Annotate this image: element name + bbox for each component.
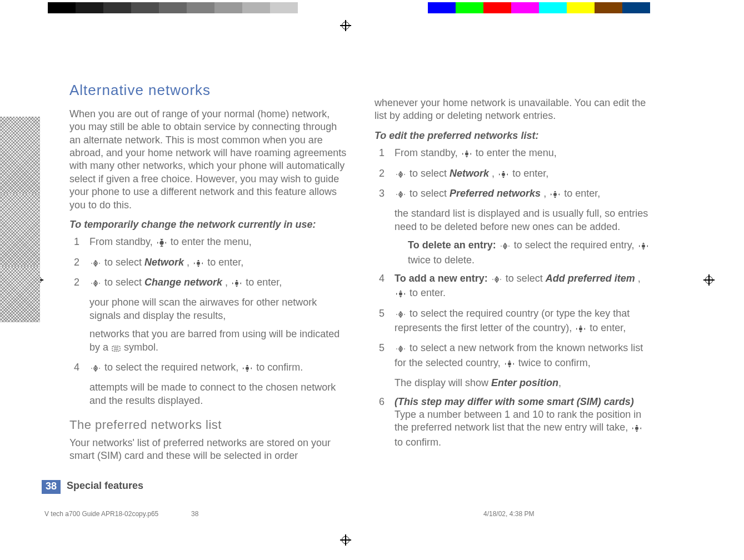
- svg-point-10: [246, 367, 249, 370]
- step-item: From standby, to enter the menu,: [375, 147, 653, 161]
- step-text: to select: [410, 168, 450, 179]
- svg-point-0: [160, 241, 163, 244]
- step-text: to select the required network,: [104, 362, 241, 373]
- registration-mark-icon: [340, 20, 351, 31]
- step-note: The display will show Enter position,: [375, 377, 653, 389]
- step-item: to select Network , to enter,: [375, 167, 653, 182]
- note-text: ,: [558, 377, 561, 388]
- svg-point-6: [235, 282, 238, 285]
- ui-term: Network: [144, 257, 184, 268]
- nav-ud-icon: [395, 309, 406, 322]
- note-text: to select the required entry,: [514, 239, 637, 251]
- step-text: to enter,: [564, 188, 600, 199]
- ui-term: Enter position: [491, 377, 558, 388]
- step-text: to select: [104, 257, 144, 268]
- svg-point-20: [642, 244, 645, 248]
- section1-lead: To temporarily change the network curren…: [69, 218, 348, 231]
- nav-lr-icon: [498, 169, 509, 182]
- step-text: to confirm.: [256, 362, 303, 373]
- svg-point-17: [553, 193, 557, 196]
- section1-steps-cont: to select the required network, to confi…: [69, 361, 348, 376]
- nav-lr-icon: [156, 237, 167, 250]
- step-text: ,: [543, 188, 549, 199]
- section1-steps: From standby, to enter the menu, to sele…: [69, 236, 348, 291]
- nav-lr-icon: [631, 423, 642, 436]
- step-note: the standard list is displayed and is us…: [375, 207, 653, 233]
- note-text: The display will show: [395, 377, 491, 388]
- source-page: 38: [191, 510, 198, 518]
- svg-point-28: [400, 348, 401, 350]
- svg-point-26: [579, 327, 582, 331]
- ui-term: Network: [450, 168, 489, 179]
- barred-icon: [112, 343, 121, 356]
- left-column: Alternative networks When you are out of…: [69, 81, 348, 468]
- footer-section-title: Special features: [67, 480, 143, 492]
- step-item: to select the required network, to confi…: [69, 361, 348, 376]
- calibration-strip: [0, 2, 744, 16]
- step-item: to select Network , to enter,: [69, 256, 348, 271]
- ui-term: Preferred networks: [450, 188, 541, 199]
- nav-ud-icon: [500, 241, 511, 253]
- sub-lead: To delete an entry:: [408, 239, 496, 251]
- step-item: to select the required country (or type …: [375, 307, 653, 337]
- step-note: your phone will scan the airwaves for ot…: [69, 296, 348, 322]
- nav-lr-icon: [575, 323, 586, 336]
- svg-point-9: [94, 367, 96, 369]
- step-text: From standby,: [89, 236, 156, 247]
- nav-lr-icon: [242, 363, 253, 376]
- nav-lr-icon: [638, 241, 649, 253]
- edit-lead: To edit the preferred networks list:: [375, 129, 653, 142]
- step-item: to select Preferred networks , to enter,: [375, 187, 653, 202]
- step-text: to select: [506, 273, 546, 284]
- step-text: twice to confirm,: [518, 357, 591, 368]
- svg-point-16: [400, 193, 401, 195]
- step-item: to select a new network from the known n…: [375, 342, 653, 371]
- nav-lr-icon: [461, 148, 472, 161]
- svg-point-25: [400, 313, 401, 315]
- step-item: From standby, to enter the menu,: [69, 236, 348, 250]
- section2-heading: The preferred networks list: [69, 417, 348, 433]
- nav-lr-icon: [395, 288, 406, 301]
- step-text: ,: [492, 168, 497, 179]
- svg-point-5: [94, 282, 96, 284]
- svg-point-30: [635, 427, 638, 430]
- binder-graphic: [0, 117, 42, 319]
- svg-point-22: [496, 278, 497, 280]
- registration-mark-icon: [703, 274, 715, 286]
- nav-lr-icon: [231, 278, 242, 291]
- step-text: to select: [410, 188, 450, 199]
- sub-lead: To add a new entry:: [395, 273, 488, 284]
- svg-point-19: [504, 246, 506, 247]
- grayscale-steps: [48, 2, 298, 13]
- delete-entry-note: To delete an entry: to select the requir…: [375, 239, 653, 267]
- step-text: to select: [104, 277, 144, 288]
- step-text: to enter the menu,: [476, 147, 557, 158]
- edit-steps-cont2: (This step may differ with some smart (S…: [375, 396, 653, 449]
- step-text: ,: [187, 257, 192, 268]
- step-note: networks that you are barred from using …: [69, 328, 348, 356]
- step-text: to confirm.: [395, 437, 441, 448]
- step-text: to enter.: [410, 287, 446, 298]
- nav-ud-icon: [395, 169, 406, 182]
- step-item: To add a new entry: to select Add prefer…: [375, 272, 653, 302]
- nav-lr-icon: [550, 189, 561, 202]
- nav-ud-icon: [90, 363, 101, 376]
- source-date: 4/18/02, 4:38 PM: [483, 510, 534, 518]
- nav-ud-icon: [491, 274, 502, 287]
- step-text: to enter,: [246, 277, 282, 288]
- note-text: twice to delete.: [408, 254, 475, 266]
- step-text: to enter,: [590, 322, 626, 333]
- nav-ud-icon: [395, 343, 406, 356]
- svg-point-29: [508, 362, 511, 366]
- nav-ud-icon: [90, 278, 101, 291]
- svg-point-3: [197, 262, 200, 265]
- svg-rect-7: [112, 346, 120, 351]
- step-item: to select Change network , to enter,: [69, 276, 348, 291]
- step-note: attempts will be made to connect to the …: [69, 381, 348, 407]
- source-file: V tech a700 Guide APR18-02copy.p65: [44, 510, 158, 518]
- step-text: to enter,: [207, 257, 243, 268]
- step-text: to enter the menu,: [171, 236, 252, 247]
- page-number-badge: 38: [42, 480, 61, 494]
- svg-point-13: [400, 173, 401, 175]
- svg-point-2: [94, 262, 96, 264]
